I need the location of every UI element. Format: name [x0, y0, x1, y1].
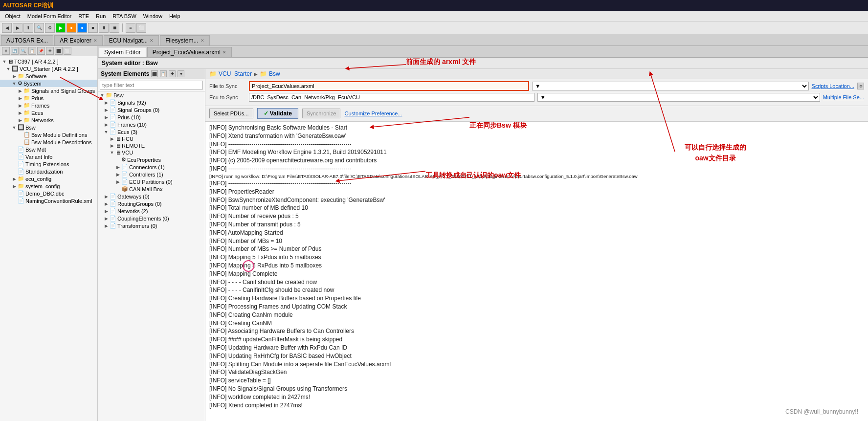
scripts-location-link[interactable]: Scripts Location...: [812, 83, 854, 89]
sys-elem-btn-1[interactable]: ⬛: [151, 70, 158, 77]
sys-tree-transformers[interactable]: ▶ 📄 Transformers (0): [98, 222, 205, 229]
tab-autosar-explorer[interactable]: AUTOSAR Ex...: [1, 35, 53, 45]
menu-rta-bsw[interactable]: RTA BSW: [110, 12, 139, 20]
file-to-sync-input[interactable]: [249, 81, 529, 91]
left-toolbar-btn-5[interactable]: 📌: [37, 47, 45, 55]
log-line-22: [INFO] Processing Frames and Updating CO…: [209, 303, 864, 311]
sys-tree-signals[interactable]: ▶ 📄 Signals (92): [98, 99, 205, 106]
tree-item-standardization[interactable]: 📄 Standardization: [0, 168, 97, 175]
left-toolbar-btn-4[interactable]: 📋: [28, 47, 36, 55]
validate-check-icon: ✓: [264, 110, 268, 117]
tree-item-frames[interactable]: ▶ 📁 Frames: [0, 102, 97, 109]
sys-elem-btn-2[interactable]: 📋: [160, 70, 167, 77]
ecu-to-sync-dropdown[interactable]: ▼: [537, 93, 820, 102]
sys-tree-hcu[interactable]: ▶ 🖥 HCU: [98, 135, 205, 142]
toolbar-btn-2[interactable]: ▶: [13, 23, 22, 33]
sys-tree-ecu-partitions[interactable]: ▶ 📄 ECU Partitions (0): [98, 178, 205, 185]
close-ecu-navigator[interactable]: ✕: [150, 38, 154, 43]
menu-help[interactable]: Help: [166, 12, 183, 20]
menu-run[interactable]: Run: [93, 12, 109, 20]
menu-model-form-editor[interactable]: Model Form Editor: [24, 12, 74, 20]
tab-project-ecuc-values[interactable]: Project_EcucValues.arxml ✕: [147, 47, 232, 57]
tree-item-variant-info[interactable]: 📄 Variant Info: [0, 153, 97, 160]
sys-tree-remote[interactable]: ▶ 🖥 REMOTE: [98, 142, 205, 149]
breadcrumb-vcu-starter[interactable]: VCU_Starter: [219, 70, 252, 77]
sys-tree-frames[interactable]: ▶ 📄 Frames (10): [98, 121, 205, 128]
sys-tree-ecus[interactable]: ▼ 📄 Ecus (3): [98, 128, 205, 135]
tree-item-pdus[interactable]: ▶ 📁 Pdus: [0, 94, 97, 102]
sys-elem-btn-dropdown[interactable]: ▼: [178, 70, 184, 77]
sys-tree-signal-groups[interactable]: ▶ 📄 Signal Groups (0): [98, 106, 205, 113]
tab-ar-explorer[interactable]: AR Explorer ✕: [54, 35, 103, 45]
left-toolbar-btn-2[interactable]: 🔄: [11, 47, 19, 55]
close-ar-explorer[interactable]: ✕: [93, 38, 97, 43]
tree-item-bsw-module-desc[interactable]: 📋 Bsw Module Descriptions: [0, 138, 97, 146]
toolbar-btn-6[interactable]: ●: [67, 23, 76, 33]
toolbar-btn-5[interactable]: ⚙: [45, 23, 55, 33]
title-bar: AUTOSAR CP培训: [0, 0, 868, 11]
toolbar-btn-12[interactable]: ⬜: [136, 23, 146, 33]
tree-item-software[interactable]: ▶ 📁 Software: [0, 72, 97, 80]
tree-item-vcu-starter[interactable]: ▼ 🔲 VCU_Starter [ AR 4.2.2 ]: [0, 65, 97, 72]
sys-tree-controllers[interactable]: ▶ 📄 Controllers (1): [98, 171, 205, 178]
select-pdus-button[interactable]: Select PDUs...: [209, 109, 253, 118]
sys-tree-ecu-properties[interactable]: ⚙ EcuProperties: [98, 156, 205, 163]
editor-header: System editor : Bsw: [98, 58, 868, 69]
tree-item-demo-dbc[interactable]: 📄 Demo_DBC.dbc: [0, 190, 97, 197]
close-ecuc-tab[interactable]: ✕: [223, 50, 226, 55]
left-toolbar-btn-7[interactable]: ⬛: [55, 47, 63, 55]
toolbar-btn-8[interactable]: ■: [88, 23, 98, 33]
toolbar-btn-run[interactable]: ▶: [56, 23, 66, 33]
validate-button[interactable]: ✓ Validate: [257, 108, 298, 119]
sys-tree-pdus[interactable]: ▶ 📄 Pdus (10): [98, 113, 205, 121]
sys-tree-connectors[interactable]: ▶ 📄 Connectors (1): [98, 163, 205, 171]
scripts-location-btn[interactable]: ⚙: [857, 83, 864, 89]
file-to-sync-dropdown[interactable]: ▼: [532, 82, 808, 90]
toolbar-btn-3[interactable]: ⬆: [23, 23, 33, 33]
sys-tree-routing-groups[interactable]: ▶ 📄 RoutingGroups (0): [98, 200, 205, 207]
toolbar-btn-9[interactable]: ⏸: [99, 23, 109, 33]
sys-elem-btn-3[interactable]: ✚: [169, 70, 176, 77]
tree-item-signals-signal-groups[interactable]: ▶ 📁 Signals and Signal Groups: [0, 87, 97, 94]
tab-system-editor[interactable]: System Editor: [99, 47, 146, 57]
left-toolbar-btn-1[interactable]: ⬆: [2, 47, 10, 55]
sys-tree-coupling-elements[interactable]: ▶ 📄 CouplingElements (0): [98, 215, 205, 222]
toolbar-btn-1[interactable]: ◀: [2, 23, 12, 33]
left-toolbar-btn-6[interactable]: ✚: [46, 47, 54, 55]
menu-object[interactable]: Object: [2, 12, 23, 20]
toolbar-btn-10[interactable]: ⏹: [110, 23, 119, 33]
tree-item-system-config[interactable]: ▶ 📁 system_config: [0, 182, 97, 190]
left-toolbar-btn-8[interactable]: ⬜: [64, 47, 71, 55]
tree-item-naming-convention[interactable]: 📄 NamingConventionRule.xml: [0, 197, 97, 204]
sys-tree-networks[interactable]: ▶ 📄 Networks (2): [98, 207, 205, 215]
breadcrumb-bsw[interactable]: Bsw: [269, 70, 280, 77]
tree-item-bsw[interactable]: ▼ 🔲 Bsw: [0, 124, 97, 131]
toolbar-btn-11[interactable]: ≡: [126, 23, 135, 33]
tree-item-bsw-mdt[interactable]: 📄 Bsw Mdt: [0, 146, 97, 153]
tab-system-editor-label: System Editor: [104, 49, 141, 56]
tree-item-ecu-config[interactable]: ▶ 📁 ecu_config: [0, 175, 97, 182]
menu-rte[interactable]: RTE: [75, 12, 92, 20]
tree-item-timing-extensions[interactable]: 📄 Timing Extensions: [0, 160, 97, 168]
menu-window[interactable]: Window: [140, 12, 165, 20]
ecu-to-sync-input[interactable]: [249, 93, 534, 102]
left-toolbar-btn-3[interactable]: 🔍: [20, 47, 27, 55]
toolbar-btn-4[interactable]: 🔍: [34, 23, 44, 33]
sys-tree-bsw[interactable]: ▼ 📁 Bsw: [98, 91, 205, 99]
tree-item-networks[interactable]: ▶ 📁 Networks: [0, 116, 97, 124]
sys-tree-can-mailbox[interactable]: 📦 CAN Mail Box: [98, 185, 205, 193]
tab-filesystem[interactable]: Filesystem... ✕: [160, 35, 209, 45]
tree-item-bsw-module-defs[interactable]: 📋 Bsw Module Definitions: [0, 131, 97, 138]
close-filesystem[interactable]: ✕: [200, 38, 204, 43]
customize-preference-link[interactable]: Customize Preference...: [344, 111, 402, 116]
filter-input[interactable]: [100, 81, 203, 89]
sys-tree-vcu[interactable]: ▼ 🖥 VCU: [98, 149, 205, 156]
sys-tree-gateways[interactable]: ▶ 📄 Gateways (0): [98, 193, 205, 200]
tab-ecu-navigator[interactable]: ECU Navigat... ✕: [104, 35, 159, 45]
multiple-file-selection-link[interactable]: Multiple File Se...: [823, 94, 864, 100]
tree-item-system[interactable]: ▼ ⚙ System: [0, 80, 97, 87]
toolbar-btn-7[interactable]: ●: [77, 23, 87, 33]
tree-item-ecus[interactable]: ▶ 📁 Ecus: [0, 109, 97, 116]
synchronize-button[interactable]: Synchronize: [302, 109, 341, 118]
tree-item-tc397[interactable]: ▼ 🖥 TC397 [ AR 4.2.2 ]: [0, 58, 97, 65]
